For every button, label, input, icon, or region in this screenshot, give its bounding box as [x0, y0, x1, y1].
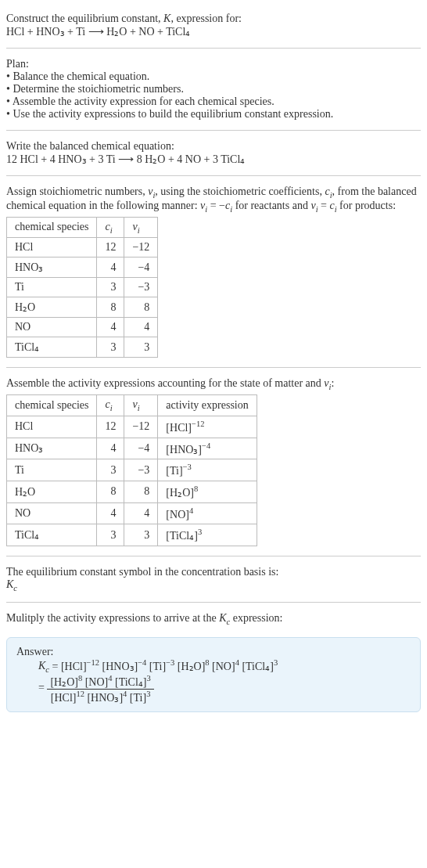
cell-species: TiCl₄	[7, 524, 97, 546]
table-header-row: chemical species ci νi activity expressi…	[7, 395, 257, 416]
activity-intro: Assemble the activity expressions accoun…	[6, 377, 421, 391]
col-ci: ci	[97, 395, 124, 416]
plan-item: • Balance the chemical equation.	[6, 70, 421, 83]
cell-species: H₂O	[7, 481, 97, 502]
cell-vi: −3	[124, 459, 158, 481]
table-row: Ti3−3	[7, 278, 158, 297]
cell-expr: [Ti]−3	[158, 459, 257, 481]
plan-item: • Use the activity expressions to build …	[6, 108, 421, 121]
answer-line2: = [H₂O]8 [NO]4 [TiCl₄]3 [HCl]12 [HNO₃]4 …	[38, 674, 411, 704]
cell-ci: 8	[97, 481, 124, 502]
cell-vi: −4	[124, 438, 158, 459]
eq-sign: =	[38, 682, 47, 693]
table-row: Ti3−3[Ti]−3	[7, 459, 257, 481]
table-row: NO44[NO]4	[7, 502, 257, 524]
cell-ci: 12	[97, 416, 124, 438]
cell-ci: 3	[97, 337, 124, 358]
symbol-kc: Kc	[6, 578, 421, 592]
table-row: HCl12−12[HCl]−12	[7, 416, 257, 438]
cell-vi: 4	[124, 502, 158, 524]
plan-header: Plan:	[6, 58, 421, 70]
plan-item: • Assemble the activity expression for e…	[6, 95, 421, 108]
stoich-table: chemical species ci νi HCl12−12 HNO₃4−4 …	[6, 217, 158, 358]
cell-vi: −12	[124, 416, 158, 438]
fraction-denominator: [HCl]12 [HNO₃]4 [Ti]3	[47, 690, 153, 704]
fraction: [H₂O]8 [NO]4 [TiCl₄]3 [HCl]12 [HNO₃]4 [T…	[47, 674, 153, 704]
col-vi: νi	[124, 217, 158, 238]
activity-table: chemical species ci νi activity expressi…	[6, 394, 257, 546]
cell-vi: 8	[124, 297, 158, 318]
plan-section: Plan: • Balance the chemical equation. •…	[6, 52, 421, 127]
plan-item: • Determine the stoichiometric numbers.	[6, 83, 421, 95]
cell-vi: 8	[124, 481, 158, 502]
balanced-section: Write the balanced chemical equation: 12…	[6, 134, 421, 172]
cell-expr: [TiCl₄]3	[158, 524, 257, 546]
cell-expr: [HNO₃]−4	[158, 438, 257, 459]
divider	[6, 175, 421, 176]
cell-ci: 8	[97, 297, 124, 318]
cell-ci: 3	[97, 459, 124, 481]
cell-ci: 4	[97, 318, 124, 337]
table-row: TiCl₄33	[7, 337, 158, 358]
col-vi: νi	[124, 395, 158, 416]
cell-species: Ti	[7, 459, 97, 481]
cell-species: HNO₃	[7, 438, 97, 459]
table-row: H₂O88[H₂O]8	[7, 481, 257, 502]
cell-vi: −3	[124, 278, 158, 297]
cell-vi: 3	[124, 337, 158, 358]
balanced-header: Write the balanced chemical equation:	[6, 140, 421, 153]
multiply-text: Mulitply the activity expressions to arr…	[6, 612, 421, 626]
col-activity: activity expression	[158, 395, 257, 416]
divider	[6, 367, 421, 368]
table-row: NO44	[7, 318, 158, 337]
intro-line1: Construct the equilibrium constant, K, e…	[6, 13, 421, 25]
cell-ci: 3	[97, 524, 124, 546]
fraction-numerator: [H₂O]8 [NO]4 [TiCl₄]3	[47, 674, 153, 690]
answer-label: Answer:	[16, 646, 411, 658]
cell-vi: −4	[124, 258, 158, 278]
cell-expr: [H₂O]8	[158, 481, 257, 502]
cell-ci: 4	[97, 258, 124, 278]
cell-species: H₂O	[7, 297, 97, 318]
table-row: H₂O88	[7, 297, 158, 318]
intro-section: Construct the equilibrium constant, K, e…	[6, 6, 421, 45]
balanced-equation: 12 HCl + 4 HNO₃ + 3 Ti ⟶ 8 H₂O + 4 NO + …	[6, 153, 421, 166]
cell-species: NO	[7, 502, 97, 524]
cell-species: TiCl₄	[7, 337, 97, 358]
answer-box: Answer: Kc = [HCl]−12 [HNO₃]−4 [Ti]−3 [H…	[6, 637, 421, 713]
cell-ci: 4	[97, 438, 124, 459]
divider	[6, 130, 421, 131]
cell-species: HCl	[7, 416, 97, 438]
symbol-section: The equilibrium constant symbol in the c…	[6, 560, 421, 599]
table-row: TiCl₄33[TiCl₄]3	[7, 524, 257, 546]
cell-species: HCl	[7, 238, 97, 258]
cell-ci: 12	[97, 238, 124, 258]
divider	[6, 556, 421, 556]
divider	[6, 602, 421, 603]
answer-expression: Kc = [HCl]−12 [HNO₃]−4 [Ti]−3 [H₂O]8 [NO…	[38, 658, 411, 704]
multiply-section: Mulitply the activity expressions to arr…	[6, 606, 421, 632]
table-row: HNO₃4−4	[7, 258, 158, 278]
cell-vi: 4	[124, 318, 158, 337]
cell-species: Ti	[7, 278, 97, 297]
intro-equation: HCl + HNO₃ + Ti ⟶ H₂O + NO + TiCl₄	[6, 25, 421, 38]
cell-ci: 4	[97, 502, 124, 524]
cell-vi: 3	[124, 524, 158, 546]
cell-ci: 3	[97, 278, 124, 297]
col-species: chemical species	[7, 217, 97, 238]
symbol-line1: The equilibrium constant symbol in the c…	[6, 566, 421, 578]
cell-expr: [HCl]−12	[158, 416, 257, 438]
stoich-intro: Assign stoichiometric numbers, νi, using…	[6, 185, 421, 214]
col-ci: ci	[97, 217, 124, 238]
table-row: HNO₃4−4[HNO₃]−4	[7, 438, 257, 459]
cell-expr: [NO]4	[158, 502, 257, 524]
table-row: HCl12−12	[7, 238, 158, 258]
answer-line1: Kc = [HCl]−12 [HNO₃]−4 [Ti]−3 [H₂O]8 [NO…	[38, 658, 411, 674]
divider	[6, 48, 421, 49]
cell-species: NO	[7, 318, 97, 337]
table-header-row: chemical species ci νi	[7, 217, 158, 238]
activity-section: Assemble the activity expressions accoun…	[6, 371, 421, 553]
cell-species: HNO₃	[7, 258, 97, 278]
stoich-section: Assign stoichiometric numbers, νi, using…	[6, 179, 421, 364]
col-species: chemical species	[7, 395, 97, 416]
